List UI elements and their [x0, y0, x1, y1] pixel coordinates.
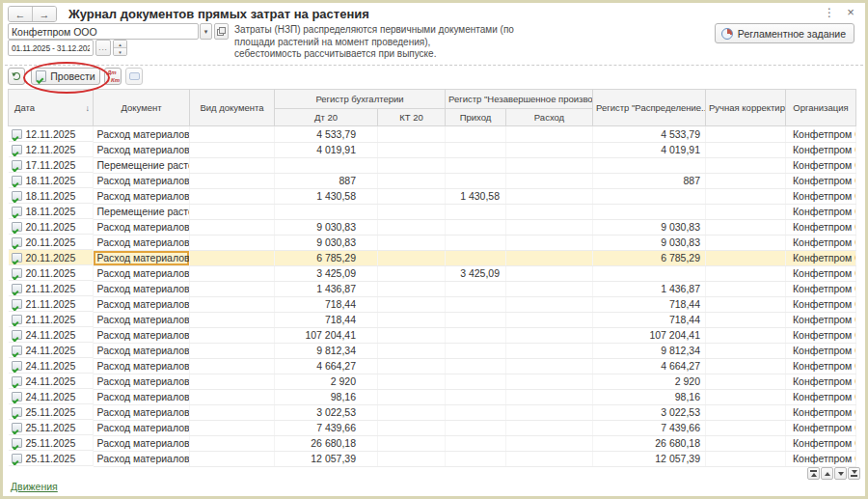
cell-date[interactable]: 18.11.2025 [9, 173, 94, 188]
cell-dt20[interactable]: 1 436,87 [275, 281, 378, 296]
cell-document[interactable]: Расход материалов 0... [94, 435, 190, 451]
cell-raspred[interactable]: 1 436,87 [593, 281, 706, 296]
cell-dt20[interactable]: 9 030,83 [275, 235, 378, 250]
cell-kt20[interactable] [378, 219, 446, 235]
cell-manual[interactable] [706, 420, 786, 435]
cell-rashod[interactable] [506, 219, 593, 235]
cell-date[interactable]: 21.11.2025 [9, 312, 94, 327]
cell-prihod[interactable] [446, 126, 506, 143]
column-header-accounting-register[interactable]: Регистр бухгалтерии [275, 90, 446, 109]
cell-dt20[interactable]: 26 680,18 [275, 435, 378, 451]
cell-doc_type[interactable] [190, 312, 275, 327]
cell-kt20[interactable] [378, 235, 446, 250]
table-row[interactable]: 25.11.2025Расход материалов 0...7 439,66… [9, 420, 856, 435]
organization-open-button[interactable] [214, 23, 229, 40]
cell-doc_type[interactable] [190, 420, 275, 435]
cell-prihod[interactable] [446, 157, 506, 173]
cell-dt20[interactable]: 4 664,27 [275, 358, 378, 374]
cell-manual[interactable] [706, 374, 786, 389]
cell-manual[interactable] [706, 250, 786, 265]
more-menu-icon[interactable]: ⋮ [823, 6, 836, 19]
cell-doc_type[interactable] [190, 281, 275, 296]
cell-prihod[interactable] [446, 142, 506, 157]
cell-org[interactable]: Конфетпром ООО [786, 281, 856, 296]
period-more-button[interactable]: ... [95, 40, 111, 56]
cell-dt20[interactable]: 107 204,41 [275, 327, 378, 343]
cell-raspred[interactable]: 26 680,18 [593, 435, 706, 451]
cell-dt20[interactable]: 3 425,09 [275, 265, 378, 281]
cell-manual[interactable] [706, 296, 786, 312]
cell-prihod[interactable] [446, 281, 506, 296]
cell-org[interactable]: Конфетпром ООО [786, 219, 856, 235]
cell-dt20[interactable]: 718,44 [275, 296, 378, 312]
cell-rashod[interactable] [506, 173, 593, 188]
table-row[interactable]: 24.11.2025Расход материалов 0...4 664,27… [9, 358, 856, 374]
cell-rashod[interactable] [506, 343, 593, 358]
cell-doc_type[interactable] [190, 327, 275, 343]
cell-org[interactable]: Конфетпром ООО [786, 327, 856, 343]
cell-document[interactable]: Расход материалов 0... [94, 343, 190, 358]
cell-raspred[interactable]: 718,44 [593, 312, 706, 327]
cell-rashod[interactable] [506, 142, 593, 157]
go-last-button[interactable] [848, 467, 860, 480]
cell-date[interactable]: 20.11.2025 [9, 235, 94, 250]
cell-date[interactable]: 24.11.2025 [9, 358, 94, 374]
cell-org[interactable]: Конфетпром ООО [786, 188, 856, 204]
cell-kt20[interactable] [378, 296, 446, 312]
cell-rashod[interactable] [506, 389, 593, 404]
organization-dropdown-button[interactable]: ▾ [200, 23, 212, 40]
post-button[interactable]: Провести [31, 68, 100, 85]
cell-doc_type[interactable] [190, 188, 275, 204]
cell-prihod[interactable] [446, 312, 506, 327]
cell-prihod[interactable] [446, 327, 506, 343]
cell-org[interactable]: Конфетпром ООО [786, 343, 856, 358]
cell-date[interactable]: 24.11.2025 [9, 374, 94, 389]
cell-org[interactable]: Конфетпром ООО [786, 250, 856, 265]
cell-org[interactable]: Конфетпром ООО [786, 296, 856, 312]
cell-date[interactable]: 17.11.2025 [9, 157, 94, 173]
cell-raspred[interactable]: 3 022,53 [593, 404, 706, 420]
table-row[interactable]: 25.11.2025Расход материалов 0...12 057,3… [9, 451, 856, 466]
cell-document[interactable]: Расход материалов 0... [94, 281, 190, 296]
cell-raspred[interactable] [593, 265, 706, 281]
cell-document[interactable]: Расход материалов 0... [94, 188, 190, 204]
cell-dt20[interactable]: 98,16 [275, 389, 378, 404]
column-header-kt20[interactable]: КТ 20 [378, 109, 446, 126]
cell-kt20[interactable] [378, 389, 446, 404]
cell-prihod[interactable] [446, 451, 506, 466]
cell-date[interactable]: 20.11.2025 [9, 219, 94, 235]
cell-doc_type[interactable] [190, 126, 275, 143]
cell-manual[interactable] [706, 327, 786, 343]
cell-org[interactable]: Конфетпром ООО [786, 142, 856, 157]
cell-prihod[interactable] [446, 219, 506, 235]
go-next-button[interactable] [834, 467, 847, 480]
cell-org[interactable]: Конфетпром ООО [786, 157, 856, 173]
movements-link[interactable]: Движения [11, 481, 58, 492]
cell-doc_type[interactable] [190, 142, 275, 157]
cell-doc_type[interactable] [190, 404, 275, 420]
cell-date[interactable]: 24.11.2025 [9, 389, 94, 404]
cell-rashod[interactable] [506, 404, 593, 420]
cell-org[interactable]: Конфетпром ООО [786, 451, 856, 466]
cell-doc_type[interactable] [190, 173, 275, 188]
cell-rashod[interactable] [506, 374, 593, 389]
cell-dt20[interactable]: 1 430,58 [275, 188, 378, 204]
cell-document[interactable]: Расход материалов 0... [94, 250, 190, 265]
cell-doc_type[interactable] [190, 157, 275, 173]
table-row[interactable]: 20.11.2025Расход материалов 0...9 030,83… [9, 219, 856, 235]
cell-raspred[interactable]: 887 [593, 173, 706, 188]
cell-document[interactable]: Расход материалов 0... [94, 312, 190, 327]
cell-manual[interactable] [706, 219, 786, 235]
cell-kt20[interactable] [378, 265, 446, 281]
cell-rashod[interactable] [506, 420, 593, 435]
cell-date[interactable]: 25.11.2025 [9, 420, 94, 435]
cell-kt20[interactable] [378, 404, 446, 420]
cell-doc_type[interactable] [190, 265, 275, 281]
cell-prihod[interactable] [446, 435, 506, 451]
cell-raspred[interactable]: 12 057,39 [593, 451, 706, 466]
cell-document[interactable]: Перемещение растен... [94, 204, 190, 219]
go-previous-button[interactable] [821, 467, 833, 480]
cell-document[interactable]: Расход материалов 0... [94, 451, 190, 466]
cell-rashod[interactable] [506, 188, 593, 204]
cell-org[interactable]: Конфетпром ООО [786, 404, 856, 420]
